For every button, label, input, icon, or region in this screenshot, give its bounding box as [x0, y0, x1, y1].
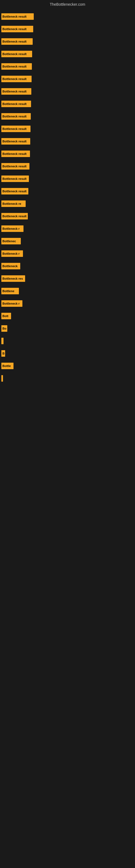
bar-label: Bo: [2, 327, 6, 330]
bar-row: Bottleneck result: [1, 86, 134, 97]
bar-row: [1, 373, 134, 383]
bar-label: Bottleneck r: [2, 227, 20, 230]
bottleneck-bar: Bottleneck result: [1, 176, 29, 182]
bar-label: Bottleneck r: [2, 252, 20, 255]
bar-row: Bottleneck res: [1, 273, 134, 284]
bar-row: Bottleneck result: [1, 149, 134, 159]
bar-row: Bottleneck r: [1, 223, 134, 234]
site-title: TheBottlenecker.com: [0, 0, 135, 9]
bar-row: Bottleneck re: [1, 198, 134, 209]
bar-label: Bottleneck r: [2, 302, 20, 305]
bottleneck-bar: Bottleneck result: [1, 76, 32, 82]
bar-row: Bottle: [1, 361, 134, 371]
bar-label: Bottleneck result: [2, 127, 27, 130]
bar-label: Bottleneck result: [2, 15, 27, 18]
bottleneck-bar: Bottleneck result: [1, 88, 31, 95]
bar-label: Bott: [2, 314, 8, 318]
bar-row: Bottleneck: [1, 261, 134, 271]
bar-row: Bottleneck result: [1, 161, 134, 172]
bottleneck-bar: Bottleneck result: [1, 63, 32, 70]
bottleneck-bar: Bott: [1, 313, 11, 319]
bottleneck-bar: Bottlene: [1, 288, 19, 294]
bar-row: [1, 336, 134, 346]
bottleneck-bar: [1, 338, 3, 344]
bar-label: Bottle: [2, 364, 11, 368]
bottleneck-bar: Bottleneck result: [1, 26, 33, 32]
bottleneck-bar: Bottleneck re: [1, 200, 26, 207]
bar-label: Bottleneck res: [2, 277, 23, 280]
bar-row: B: [1, 348, 134, 359]
bar-label: Bottlene: [2, 289, 14, 293]
bar-label: Bottleneck re: [2, 202, 21, 205]
bar-row: Bottleneck r: [1, 299, 134, 309]
bar-label: Bottleneck result: [2, 52, 27, 56]
bar-row: Bottlenec: [1, 236, 134, 246]
bottleneck-bar: Bottleneck result: [1, 126, 31, 132]
bar-label: Bottleneck result: [2, 102, 27, 105]
bar-label: Bottleneck: [2, 265, 17, 268]
bar-row: Bottleneck result: [1, 61, 134, 72]
bar-row: Bo: [1, 323, 134, 334]
bar-row: Bottleneck result: [1, 99, 134, 109]
bottleneck-bar: Bottleneck r: [1, 225, 24, 232]
bar-row: Bottleneck r: [1, 248, 134, 259]
bottleneck-bar: Bottleneck result: [1, 213, 28, 219]
bar-label: Bottleneck result: [2, 90, 27, 93]
bar-row: Bottleneck result: [1, 11, 134, 22]
bar-label: Bottleneck result: [2, 190, 27, 193]
bottleneck-bar: B: [1, 350, 5, 357]
bottleneck-bar: Bottleneck result: [1, 38, 33, 45]
bar-label: Bottlenec: [2, 240, 16, 243]
bar-row: Bottleneck result: [1, 124, 134, 134]
bar-row: Bottleneck result: [1, 174, 134, 184]
bottleneck-bar: Bottle: [1, 363, 13, 369]
bar-label: Bottleneck result: [2, 215, 27, 218]
bar-label: B: [2, 352, 5, 355]
bottleneck-bar: Bottleneck r: [1, 300, 22, 307]
bar-row: Bottlene: [1, 286, 134, 296]
bar-label: Bottleneck result: [2, 77, 27, 81]
bottleneck-bar: Bottleneck result: [1, 13, 34, 20]
bottleneck-bar: Bo: [1, 325, 7, 332]
bottleneck-bar: Bottleneck result: [1, 188, 28, 194]
bar-label: Bottleneck result: [2, 40, 27, 43]
bottleneck-bar: Bottleneck result: [1, 151, 30, 157]
bottleneck-bar: Bottlenec: [1, 238, 21, 244]
bar-row: Bottleneck result: [1, 211, 134, 221]
bar-label: Bottleneck result: [2, 165, 27, 168]
bar-row: Bottleneck result: [1, 24, 134, 34]
bar-label: Bottleneck result: [2, 27, 27, 31]
bar-row: Bottleneck result: [1, 111, 134, 122]
bar-row: Bottleneck result: [1, 49, 134, 59]
bottleneck-bar: Bottleneck: [1, 263, 20, 269]
bottleneck-bar: Bottleneck res: [1, 275, 25, 282]
bar-label: Bottleneck result: [2, 140, 27, 143]
bottleneck-bar: Bottleneck result: [1, 138, 30, 145]
bottleneck-bar: Bottleneck result: [1, 163, 30, 169]
bar-row: Bott: [1, 311, 134, 321]
bar-row: Bottleneck result: [1, 186, 134, 196]
bar-row: Bottleneck result: [1, 136, 134, 147]
bottleneck-bar: [1, 375, 3, 382]
bar-row: Bottleneck result: [1, 36, 134, 46]
bar-label: Bottleneck result: [2, 65, 27, 68]
bottleneck-bar: Bottleneck r: [1, 250, 23, 257]
bar-label: Bottleneck result: [2, 152, 27, 155]
bar-row: Bottleneck result: [1, 74, 134, 84]
bar-label: Bottleneck result: [2, 115, 27, 118]
bars-container: Bottleneck resultBottleneck resultBottle…: [0, 9, 135, 389]
bar-label: Bottleneck result: [2, 177, 27, 180]
bottleneck-bar: Bottleneck result: [1, 51, 32, 57]
bottleneck-bar: Bottleneck result: [1, 113, 31, 120]
bottleneck-bar: Bottleneck result: [1, 101, 31, 107]
